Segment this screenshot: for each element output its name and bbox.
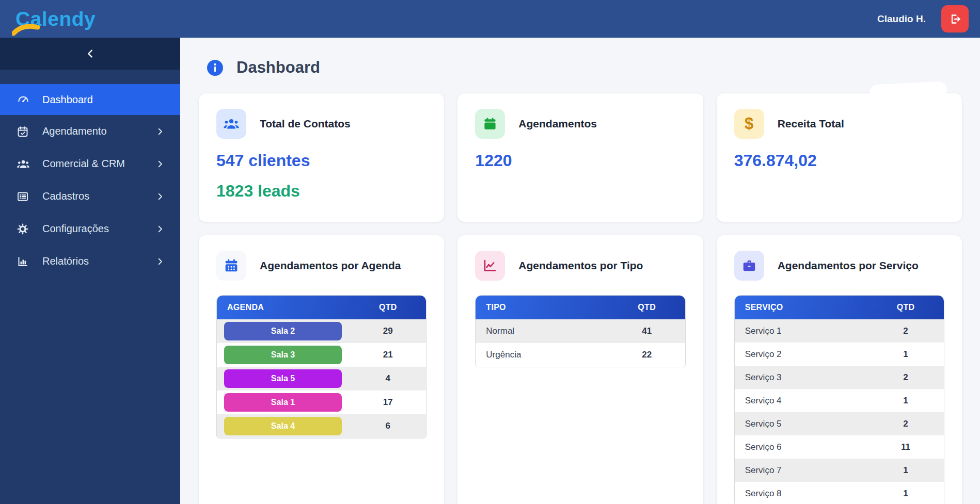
- servico-label: Serviço 5: [735, 419, 875, 429]
- gauge-icon: [17, 93, 30, 106]
- logout-button[interactable]: [941, 5, 969, 32]
- sidebar-item-dashboard[interactable]: Dashboard: [0, 84, 180, 115]
- table-card-servico: Agendamentos por Serviço SERVIÇO QTD Ser…: [717, 235, 962, 504]
- agenda-badge: Sala 4: [224, 417, 342, 435]
- sidebar-item-label: Comercial & CRM: [42, 158, 125, 170]
- stat-value-agendamentos: 1220: [475, 151, 685, 170]
- servico-label: Serviço 1: [735, 326, 875, 336]
- table-row: Sala 3 21: [217, 343, 426, 367]
- stat-card-contatos: Total de Contatos 547 clientes 1823 lead…: [199, 93, 444, 222]
- agenda-table: AGENDA QTD Sala 2 29 Sala 3 21 Sala 5: [216, 295, 426, 438]
- stat-title: Agendamentos: [518, 118, 597, 130]
- qtd-value: 4: [357, 373, 419, 384]
- gear-icon: [17, 222, 30, 236]
- agenda-badge: Sala 2: [224, 322, 342, 340]
- qtd-value: 29: [357, 326, 419, 336]
- page-title: Dashboard: [236, 58, 320, 77]
- chevron-right-icon: [155, 159, 165, 169]
- page-header: Dashboard: [207, 58, 980, 77]
- sidebar: Dashboard Agendamento: [0, 38, 180, 504]
- column-header: QTD: [875, 303, 937, 312]
- sidebar-item-label: Dashboard: [42, 94, 93, 106]
- qtd-value: 6: [357, 421, 419, 431]
- table-row: Sala 2 29: [217, 319, 426, 343]
- chart-line-icon: [475, 251, 505, 281]
- table-row: Serviço 3 2: [735, 366, 944, 389]
- stat-value-leads: 1823 leads: [216, 182, 426, 201]
- main-content: Dashboard: [180, 38, 980, 504]
- servico-label: Serviço 4: [735, 396, 875, 406]
- topbar: Calendy Claudio H.: [0, 0, 980, 38]
- sidebar-item-configuracoes[interactable]: Configurações: [0, 213, 180, 245]
- column-header: TIPO: [476, 303, 615, 312]
- sidebar-collapse-button[interactable]: [0, 38, 180, 70]
- sidebar-item-label: Cadastros: [42, 190, 89, 202]
- table-row: Serviço 4 1: [735, 389, 944, 412]
- redacted-area: [858, 83, 967, 119]
- agenda-badge: Sala 3: [224, 346, 342, 364]
- bar-chart-icon: [17, 255, 30, 268]
- stat-value-clientes: 547 clientes: [216, 151, 426, 170]
- sidebar-item-label: Configurações: [42, 223, 109, 235]
- users-icon: [17, 157, 30, 171]
- app-logo[interactable]: Calendy: [15, 8, 96, 30]
- qtd-value: 1: [875, 396, 937, 406]
- sidebar-item-label: Agendamento: [42, 125, 107, 137]
- qtd-value: 22: [616, 350, 678, 360]
- qtd-value: 1: [875, 489, 937, 499]
- table-row: Sala 4 6: [217, 414, 426, 438]
- chevron-right-icon: [155, 127, 165, 136]
- sidebar-item-agendamento[interactable]: Agendamento: [0, 115, 180, 148]
- stat-value-receita: 376.874,02: [734, 151, 944, 170]
- sidebar-item-cadastros[interactable]: Cadastros: [0, 180, 180, 213]
- qtd-value: 2: [875, 419, 937, 429]
- tipo-label: Normal: [476, 326, 615, 336]
- table-header: TIPO QTD: [476, 296, 685, 319]
- servico-table: SERVIÇO QTD Serviço 1 2 Serviço 2 1 Se: [734, 295, 944, 504]
- table-title: Agendamentos por Tipo: [518, 259, 643, 272]
- sidebar-item-label: Relatórios: [42, 255, 89, 267]
- agenda-badge: Sala 5: [224, 369, 342, 388]
- calendar-check-icon: [17, 125, 30, 138]
- user-name: Claudio H.: [877, 13, 926, 25]
- servico-label: Serviço 2: [735, 349, 875, 360]
- users-icon: [216, 109, 246, 139]
- table-header: AGENDA QTD: [217, 296, 426, 319]
- servico-label: Serviço 6: [735, 442, 875, 452]
- sidebar-item-comercial-crm[interactable]: Comercial & CRM: [0, 148, 180, 180]
- table-row: Serviço 6 11: [735, 435, 944, 459]
- chevron-left-icon: [85, 48, 96, 59]
- qtd-value: 1: [875, 349, 937, 360]
- stat-card-agendamentos: Agendamentos 1220: [457, 93, 703, 222]
- qtd-value: 21: [357, 350, 419, 360]
- table-row: Urgência 22: [476, 343, 685, 367]
- table-row: Serviço 2 1: [735, 343, 944, 366]
- stat-title: Total de Contatos: [260, 118, 351, 130]
- table-row: Serviço 7 1: [735, 459, 944, 482]
- table-card-agenda: Agendamentos por Agenda AGENDA QTD Sala …: [199, 235, 444, 504]
- sidebar-menu: Dashboard Agendamento: [0, 70, 180, 278]
- briefcase-icon: [734, 251, 764, 281]
- chevron-right-icon: [155, 257, 165, 266]
- column-header: QTD: [357, 303, 419, 312]
- stat-title: Receita Total: [778, 118, 844, 130]
- tipo-label: Urgência: [476, 350, 615, 360]
- table-row: Serviço 8 1: [735, 482, 944, 504]
- table-card-tipo: Agendamentos por Tipo TIPO QTD Normal 41…: [457, 235, 703, 504]
- qtd-value: 2: [875, 372, 937, 383]
- qtd-value: 11: [875, 442, 937, 452]
- sidebar-item-relatorios[interactable]: Relatórios: [0, 245, 180, 278]
- list-icon: [17, 190, 30, 203]
- column-header: QTD: [616, 303, 678, 312]
- table-row: Serviço 1 2: [735, 319, 944, 343]
- dollar-icon: $: [734, 109, 764, 139]
- calendar-days-icon: [216, 251, 246, 281]
- table-title: Agendamentos por Serviço: [778, 259, 919, 272]
- table-row: Serviço 5 2: [735, 412, 944, 435]
- servico-label: Serviço 8: [735, 489, 875, 499]
- table-title: Agendamentos por Agenda: [260, 259, 401, 272]
- qtd-value: 41: [616, 326, 678, 336]
- chevron-right-icon: [155, 192, 165, 201]
- table-row: Normal 41: [476, 319, 685, 343]
- info-icon[interactable]: [207, 60, 223, 76]
